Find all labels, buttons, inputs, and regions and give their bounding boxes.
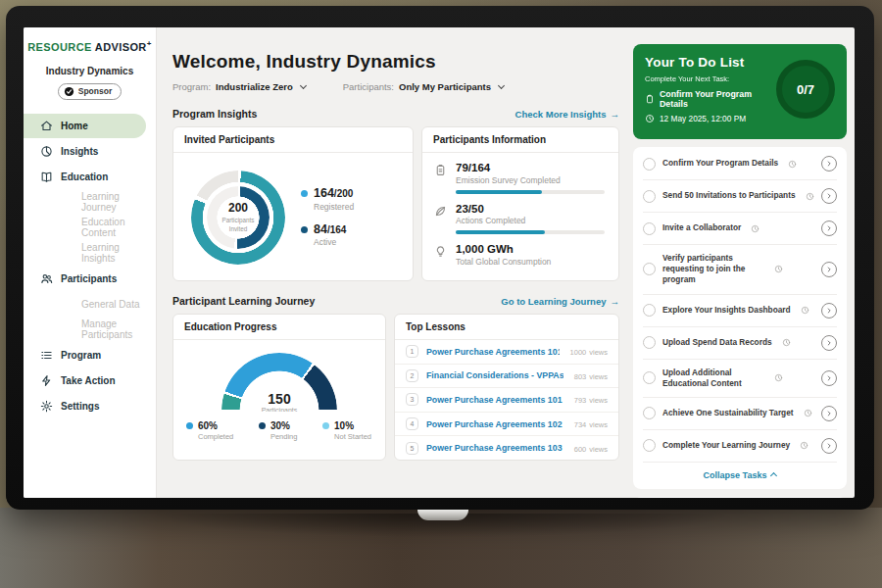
lesson-title-link[interactable]: Power Purchase Agreements 103	[426, 443, 564, 453]
recent-news-card: Recent News	[633, 497, 847, 498]
sidebar-item[interactable]: Participants	[24, 267, 156, 291]
task-row[interactable]: Upload Spend Data Records	[643, 327, 837, 360]
task-row[interactable]: Verify participants requesting to join t…	[643, 245, 837, 295]
task-label: Confirm Your Program Details	[662, 158, 778, 169]
sidebar-item[interactable]: Take Action	[24, 368, 156, 393]
legend-dot	[186, 422, 193, 429]
task-open-button[interactable]	[821, 303, 837, 318]
task-checkbox[interactable]	[643, 304, 656, 317]
lesson-views-count: 793	[574, 396, 587, 405]
metric-row: 79/164 Emission Survey Completed	[422, 153, 618, 194]
sidebar-item-label: Manage Participants	[81, 318, 156, 340]
task-row[interactable]: Send 50 Invitations to Participants	[643, 180, 837, 213]
legend-item: 30% Pending	[259, 420, 298, 441]
lesson-views-count: 600	[574, 445, 587, 454]
sidebar-item-label: Settings	[61, 401, 99, 412]
legend-item: 60% Completed	[186, 420, 233, 441]
sidebar-item[interactable]: Settings	[24, 394, 156, 418]
progress-bar-fill	[456, 190, 542, 194]
sidebar-item[interactable]: General Data	[24, 292, 156, 317]
task-checkbox[interactable]	[643, 158, 656, 171]
lesson-views-label: views	[589, 372, 608, 381]
app-logo: RESOURCE ADVISOR+	[24, 39, 156, 53]
lesson-title-link[interactable]: Financial Considerations - VPPAs	[426, 370, 564, 380]
sidebar-item[interactable]: Learning Insights	[24, 241, 156, 266]
task-open-button[interactable]	[821, 188, 837, 204]
gauge-legend: 60% Completed 30% Pending	[173, 412, 385, 441]
gauge-center-value: 150	[221, 391, 337, 407]
collapse-tasks-link[interactable]: Collapse Tasks	[643, 463, 837, 485]
gauge-center-label: Participants	[221, 407, 337, 412]
sidebar-item[interactable]: Learning Journey	[24, 190, 156, 215]
arrow-right-icon: →	[611, 109, 620, 120]
task-label: Achieve One Sustainability Target	[662, 408, 794, 418]
task-clock-icon	[788, 160, 797, 169]
task-open-button[interactable]	[821, 220, 837, 236]
task-clock-icon	[774, 373, 783, 382]
lesson-title-link[interactable]: Power Purchase Agreements 101	[426, 395, 564, 405]
metric-value: 79/164	[456, 162, 605, 174]
task-row[interactable]: Achieve One Sustainability Target	[643, 398, 837, 430]
sidebar-item-label: Education Content	[81, 217, 156, 238]
task-row[interactable]: Confirm Your Program Details	[643, 148, 837, 180]
task-checkbox[interactable]	[643, 371, 656, 384]
todo-panel: Your To Do List Complete Your Next Task:…	[633, 27, 855, 498]
program-insights-section-bar: Program Insights Check More Insights →	[172, 108, 619, 120]
sidebar-item-label: Learning Insights	[81, 242, 156, 264]
invited-participants-card: Invited Participants 200 Participants In…	[172, 126, 414, 281]
todo-progress-value: 0/7	[797, 82, 814, 97]
legend-label: Completed	[198, 432, 233, 441]
legend-total: /200	[334, 188, 353, 199]
task-row[interactable]: Explore Your Insights Dashboard	[643, 295, 837, 327]
task-open-button[interactable]	[821, 156, 837, 172]
task-row[interactable]: Upload Additional Educational Content	[643, 360, 837, 398]
task-label: Explore Your Insights Dashboard	[662, 305, 791, 316]
legend-label: Registered	[314, 202, 354, 212]
lesson-title-link[interactable]: Power Purchase Agreements 102	[426, 419, 564, 429]
sidebar-item-label: Program	[61, 350, 101, 361]
todo-datetime: 12 May 2025, 12:00 PM	[660, 114, 746, 123]
task-open-button[interactable]	[821, 438, 837, 454]
sidebar-item[interactable]: Program	[24, 343, 156, 368]
program-icon	[40, 349, 53, 362]
sidebar-item[interactable]: Education	[24, 165, 156, 189]
top-lessons-card: Top Lessons 1 Power Purchase Agreements …	[394, 314, 619, 461]
lesson-rank-badge: 3	[406, 393, 418, 406]
education-icon	[40, 171, 53, 183]
clipboard-icon	[434, 164, 447, 176]
check-more-insights-link[interactable]: Check More Insights →	[515, 109, 619, 120]
task-open-button[interactable]	[821, 406, 837, 421]
todo-next-task: Confirm Your Program Details	[660, 89, 770, 109]
lesson-title-link[interactable]: Power Purchase Agreements 101	[426, 347, 560, 357]
task-open-button[interactable]	[821, 370, 837, 386]
task-checkbox[interactable]	[643, 190, 656, 203]
legend-dot	[322, 422, 329, 429]
sidebar-item[interactable]: Manage Participants	[24, 318, 156, 342]
task-checkbox[interactable]	[643, 407, 656, 419]
task-label: Upload Additional Educational Content	[662, 368, 764, 389]
task-row[interactable]: Complete Your Learning Journey	[643, 430, 837, 463]
task-open-button[interactable]	[821, 335, 837, 351]
sidebar-item[interactable]: Education Content	[24, 216, 156, 240]
task-clock-icon	[804, 409, 812, 417]
metric-value: 23/50	[456, 203, 605, 216]
go-to-learning-journey-link[interactable]: Go to Learning Journey →	[501, 296, 619, 307]
participants-information-card: Participants Information 79/164 Emission…	[421, 126, 619, 281]
sidebar-item[interactable]: Insights	[24, 139, 156, 164]
sidebar-item-label: General Data	[81, 299, 139, 310]
filter-dropdown[interactable]: Participants: Only My Participants	[343, 81, 504, 92]
task-checkbox[interactable]	[643, 263, 656, 275]
sidebar-item-label: Education	[61, 172, 108, 182]
task-row[interactable]: Invite a Collaborator	[643, 213, 837, 245]
task-checkbox[interactable]	[643, 222, 656, 235]
task-checkbox[interactable]	[643, 439, 656, 452]
sidebar-item[interactable]: Home	[24, 114, 146, 138]
legend-value: 164	[314, 186, 334, 200]
legend-total: /164	[327, 224, 346, 235]
filter-dropdown[interactable]: Program: Industrialize Zero	[172, 81, 306, 92]
task-open-button[interactable]	[821, 262, 837, 277]
legend-dot	[259, 422, 266, 429]
lesson-rank-badge: 2	[406, 369, 418, 382]
task-label: Upload Spend Data Records	[662, 337, 772, 348]
task-checkbox[interactable]	[643, 336, 656, 349]
